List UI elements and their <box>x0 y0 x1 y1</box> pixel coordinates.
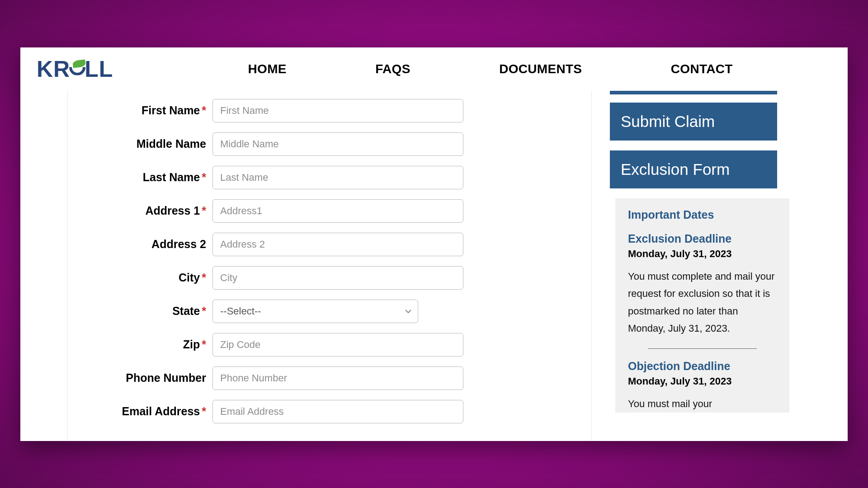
address1-field[interactable] <box>212 199 463 223</box>
email-field[interactable] <box>212 400 463 423</box>
label-address2: Address 2 <box>95 238 212 251</box>
site-header: KRLL HOME FAQS DOCUMENTS CONTACT <box>20 47 848 91</box>
required-mark: * <box>202 171 206 183</box>
logo-r: R <box>53 56 70 82</box>
label-middle-name: Middle Name <box>95 137 212 150</box>
nav-contact[interactable]: CONTACT <box>671 62 733 76</box>
state-select[interactable]: --Select-- <box>212 300 418 323</box>
claim-form: First Name* Middle Name Last Name* Addre… <box>68 91 592 441</box>
row-zip: Zip* <box>95 333 576 357</box>
exclusion-form-button[interactable]: Exclusion Form <box>610 150 777 188</box>
middle-name-field[interactable] <box>212 132 463 156</box>
row-first-name: First Name* <box>95 99 576 122</box>
first-name-field[interactable] <box>212 99 463 122</box>
last-name-field[interactable] <box>212 166 463 189</box>
label-city: City* <box>95 271 212 284</box>
row-address1: Address 1* <box>95 199 576 223</box>
exclusion-deadline-heading: Exclusion Deadline <box>628 232 777 245</box>
city-field[interactable] <box>212 266 463 290</box>
label-phone: Phone Number <box>95 371 212 385</box>
zip-field[interactable] <box>212 333 463 357</box>
label-zip: Zip* <box>95 338 212 351</box>
label-last-name: Last Name* <box>95 171 212 184</box>
nav-documents[interactable]: DOCUMENTS <box>499 62 582 76</box>
objection-deadline-date: Monday, July 31, 2023 <box>628 375 777 387</box>
row-city: City* <box>95 266 576 290</box>
required-mark: * <box>202 271 206 284</box>
sidebar: Submit Claim Exclusion Form Important Da… <box>592 91 839 441</box>
browser-page: KRLL HOME FAQS DOCUMENTS CONTACT First N… <box>20 47 848 441</box>
row-middle-name: Middle Name <box>95 132 576 156</box>
content-area: First Name* Middle Name Last Name* Addre… <box>20 91 848 441</box>
address2-field[interactable] <box>212 233 463 256</box>
important-dates-box: Important Dates Exclusion Deadline Monda… <box>615 198 789 413</box>
logo-k: K <box>37 56 53 82</box>
required-mark: * <box>202 204 206 217</box>
important-dates-title: Important Dates <box>628 208 777 221</box>
required-mark: * <box>202 104 206 117</box>
dates-separator <box>648 348 756 349</box>
label-state: State* <box>95 305 212 318</box>
kroll-logo: KRLL <box>37 56 113 82</box>
row-address2: Address 2 <box>95 233 576 256</box>
nav-faqs[interactable]: FAQS <box>375 62 410 76</box>
required-mark: * <box>202 338 206 351</box>
row-email: Email Address* <box>95 400 576 423</box>
logo-ll: LL <box>85 56 113 82</box>
objection-deadline-heading: Objection Deadline <box>628 360 777 373</box>
nav-home[interactable]: HOME <box>248 62 287 76</box>
label-first-name: First Name* <box>95 104 212 117</box>
exclusion-deadline-desc: You must complete and mail your request … <box>628 268 777 338</box>
main-nav: HOME FAQS DOCUMENTS CONTACT <box>203 62 777 76</box>
objection-deadline-desc: You must mail your <box>628 395 777 413</box>
leaf-icon <box>69 59 85 75</box>
row-state: State* --Select-- <box>95 300 576 323</box>
label-address1: Address 1* <box>95 204 212 217</box>
left-rail <box>29 91 68 441</box>
sidebar-top-bar <box>610 91 777 94</box>
label-email: Email Address* <box>95 405 212 418</box>
required-mark: * <box>202 405 206 418</box>
row-last-name: Last Name* <box>95 166 576 189</box>
required-mark: * <box>202 305 206 317</box>
row-phone: Phone Number <box>95 366 576 390</box>
submit-claim-button[interactable]: Submit Claim <box>610 103 777 141</box>
exclusion-deadline-date: Monday, July 31, 2023 <box>628 248 777 260</box>
phone-field[interactable] <box>212 366 463 390</box>
